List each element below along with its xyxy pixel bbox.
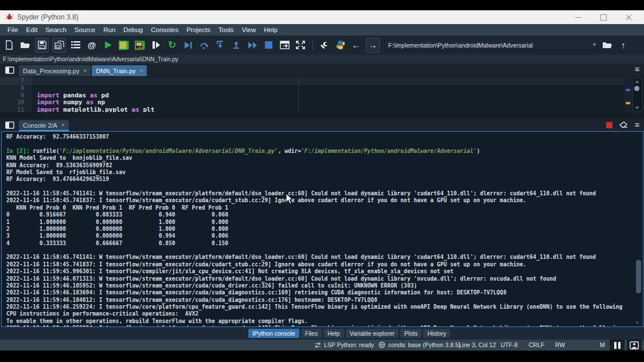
editor-tab-dnn_train.py[interactable]: DNN_Train.py× — [92, 65, 147, 76]
menu-source[interactable]: Source — [71, 26, 99, 33]
debug-file-icon[interactable] — [182, 38, 194, 52]
editor-tab-data_processing.py[interactable]: Data_Processing.py× — [19, 65, 91, 76]
step-into-icon[interactable] — [214, 38, 227, 52]
readwrite-status: RW — [555, 341, 565, 348]
code-editor[interactable]: 789import pandas as pd10import numpy as … — [0, 76, 644, 112]
close-icon[interactable]: × — [83, 68, 87, 74]
working-directory-input[interactable] — [384, 40, 598, 50]
browse-tabs-icon[interactable] — [2, 65, 17, 75]
editor-options-menu-icon[interactable]: ≡ — [635, 65, 639, 73]
dropdown-caret-icon[interactable]: ▾ — [593, 41, 596, 48]
editor-line[interactable]: 11import matplotlib.pyplot as plt — [0, 107, 624, 112]
memory-status: M — [600, 341, 605, 348]
eol-status: CRLF — [529, 341, 544, 348]
pane-tab-variable-explorer[interactable]: Variable explorer — [346, 329, 399, 338]
code-analysis-flag-orange[interactable] — [626, 102, 630, 104]
run-cell-advance-icon[interactable] — [134, 38, 146, 52]
editor-scroll-thumb[interactable] — [634, 86, 639, 91]
console-scroll-thumb[interactable] — [636, 260, 641, 293]
close-icon[interactable]: × — [140, 68, 143, 74]
scroll-down-icon[interactable] — [635, 107, 639, 109]
ipython-console[interactable]: RF Accuracy: 92.75466337153807In [2]: ru… — [1, 131, 643, 327]
interrupt-kernel-icon[interactable] — [606, 122, 612, 128]
console-line: 2022-11-16 11:58:45.741837: I tensorflow… — [6, 261, 622, 268]
eraser-icon[interactable] — [619, 121, 628, 128]
back-icon[interactable]: ← — [350, 38, 362, 52]
editor-tabs: Data_Processing.py×DNN_Train.py× — [19, 65, 148, 76]
menu-projects[interactable]: Projects — [182, 26, 214, 33]
pythonpath-manager-icon[interactable] — [334, 38, 346, 52]
console-line: 2022-11-16 11:59:45.996301: I tensorflow… — [6, 268, 622, 275]
recorder-webcam-icon[interactable] — [627, 339, 642, 352]
open-file-icon[interactable] — [19, 38, 32, 52]
console-line: KNN Accuracy: 89.53636356909782 — [6, 162, 622, 169]
console-tab[interactable]: Console 2/A × — [19, 120, 69, 131]
pane-tab-files[interactable]: Files — [301, 329, 322, 338]
parent-directory-icon[interactable]: ↑ — [617, 38, 630, 52]
line-number: 7 — [0, 77, 24, 85]
outline-explorer-icon[interactable] — [69, 38, 82, 52]
working-directory-combo: ▾ — [384, 40, 598, 51]
pane-splitter[interactable] — [0, 112, 644, 119]
code-analysis-flag-purple[interactable] — [626, 89, 630, 91]
run-file-icon[interactable] — [102, 38, 114, 52]
line-number: 9 — [0, 92, 24, 100]
conda-env-status[interactable]: conda: base (Python 3.8.5) — [378, 341, 460, 348]
console-scrollbar[interactable]: ▾ — [635, 133, 642, 325]
menu-tools[interactable]: Tools — [214, 26, 238, 33]
menu-debug[interactable]: Debug — [119, 26, 147, 33]
run-selection-icon[interactable] — [150, 38, 162, 52]
pane-tab-history[interactable]: History — [423, 329, 450, 338]
recorder-pause-icon[interactable] — [610, 339, 625, 352]
globe-icon — [378, 341, 385, 348]
console-line: In [2]: runfile('F:/implementation/Pytho… — [6, 148, 622, 155]
line-number: 11 — [0, 107, 24, 112]
save-all-icon[interactable] — [52, 38, 66, 53]
menu-help[interactable]: Help — [260, 26, 282, 33]
encoding-status: UTF-8 — [501, 341, 518, 348]
console-line — [6, 183, 622, 190]
status-bar: LSP Python: ready conda: base (Python 3.… — [0, 340, 644, 351]
fullscreen-icon[interactable] — [294, 38, 307, 52]
browse-directory-icon[interactable] — [601, 38, 614, 52]
close-button[interactable] — [616, 10, 641, 24]
editor-line[interactable]: 7 — [0, 77, 624, 85]
menu-edit[interactable]: Edit — [22, 26, 42, 33]
console-line: 2022-11-16 11:59:46.071313: W tensorflow… — [6, 276, 622, 282]
menu-view[interactable]: View — [238, 26, 260, 33]
pane-tab-bar: IPython consoleFilesHelpVariable explore… — [0, 327, 644, 340]
pane-tab-plots[interactable]: Plots — [400, 329, 421, 338]
console-options-menu-icon[interactable]: ≡ — [635, 121, 639, 129]
find-symbols-icon[interactable]: @ — [85, 38, 98, 52]
browse-consoles-icon[interactable] — [2, 120, 17, 130]
console-line: 2022-11-16 11:58:45.741141: W tensorflow… — [6, 254, 622, 261]
new-file-icon[interactable] — [3, 38, 15, 52]
scroll-down-icon[interactable]: ▾ — [636, 320, 639, 325]
continue-icon[interactable] — [246, 38, 259, 52]
menu-run[interactable]: Run — [99, 26, 119, 33]
editor-scrollbar[interactable] — [632, 77, 643, 112]
maximize-button[interactable] — [591, 10, 615, 24]
console-line: 0 0.916667 0.083333 0.940 0.060 — [6, 211, 622, 218]
preferences-wrench-icon[interactable] — [318, 38, 330, 52]
maximize-pane-icon[interactable] — [278, 38, 291, 52]
save-icon[interactable] — [35, 38, 49, 53]
tab-label: DNN_Train.py — [96, 68, 135, 74]
title-bar: Spyder (Python 3.8) — [0, 10, 644, 24]
close-icon[interactable]: × — [61, 122, 65, 128]
menu-search[interactable]: Search — [41, 26, 70, 33]
pane-tab-help[interactable]: Help — [323, 329, 344, 338]
rerun-icon[interactable]: ↻ — [166, 38, 178, 52]
menu-file[interactable]: File — [3, 26, 22, 33]
step-out-icon[interactable] — [230, 38, 243, 52]
forward-icon[interactable]: → — [366, 38, 380, 53]
file-path-bar: F:\implementation\Python\androidMalware\… — [0, 54, 644, 64]
menu-consoles[interactable]: Consoles — [147, 26, 182, 33]
pane-tab-ipython-console[interactable]: IPython console — [248, 329, 299, 338]
run-cell-icon[interactable] — [118, 38, 130, 52]
scroll-up-icon[interactable] — [635, 80, 639, 83]
minimize-button[interactable] — [566, 10, 590, 24]
step-over-icon[interactable] — [198, 38, 210, 52]
letterbox-top — [0, 0, 644, 10]
stop-icon[interactable] — [262, 38, 275, 52]
